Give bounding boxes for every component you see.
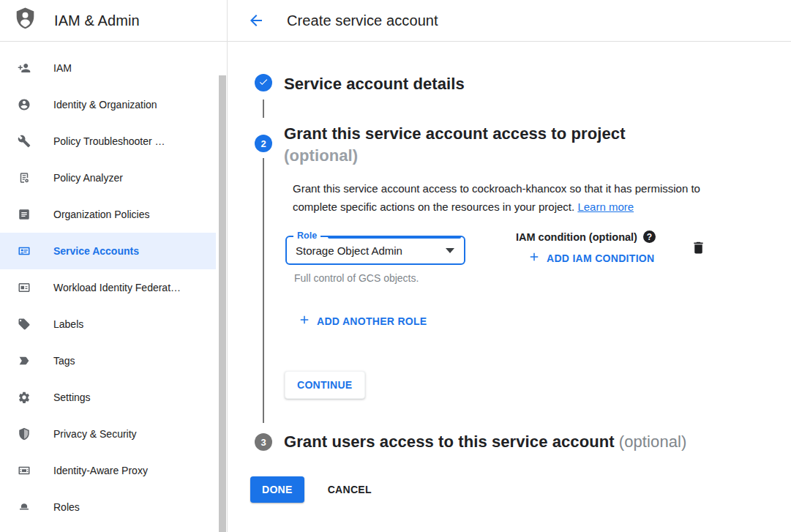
step-2-number-badge: 2	[255, 135, 272, 152]
person-add-icon	[18, 61, 31, 75]
role-field-label-line	[328, 236, 461, 239]
sidebar-item-label: Tags	[53, 355, 75, 367]
sidebar-item-service-accounts[interactable]: Service Accounts	[0, 233, 216, 269]
wrench-icon	[18, 135, 31, 148]
delete-role-button[interactable]	[691, 240, 706, 284]
sidebar-item-label: Service Accounts	[53, 245, 139, 257]
step-1-title: Service account details	[284, 74, 465, 94]
app-window: IAM & Admin Create service account IAM I…	[0, 0, 791, 532]
role-dropdown[interactable]: Role Storage Object Admin	[285, 236, 465, 265]
sidebar-item-identity-aware-proxy[interactable]: Identity-Aware Proxy	[0, 452, 216, 489]
page-header: Create service account	[228, 0, 791, 42]
step-1-service-account-details: Service account details	[255, 74, 769, 94]
trash-icon	[691, 245, 706, 258]
sidebar-item-label: Labels	[53, 318, 83, 330]
service-account-icon	[18, 244, 31, 258]
shield-person-icon	[15, 6, 36, 35]
document-gear-icon	[18, 171, 31, 184]
done-button[interactable]: DONE	[250, 476, 304, 503]
shield-half-icon	[18, 427, 31, 441]
sidebar-item-labels[interactable]: Labels	[0, 306, 216, 342]
identity-person-icon	[18, 98, 31, 111]
step-2-title: Grant this service account access to pro…	[284, 123, 694, 167]
check-icon	[258, 77, 269, 89]
product-title: IAM & Admin	[54, 12, 140, 29]
sidebar-item-identity-organization[interactable]: Identity & Organization	[0, 86, 216, 123]
step-2-grant-access: 2 Grant this service account access to p…	[255, 123, 769, 426]
plus-icon	[528, 250, 547, 266]
proxy-icon	[18, 464, 31, 477]
sidebar-item-settings[interactable]: Settings	[0, 379, 216, 416]
step-2-optional-label: (optional)	[284, 145, 694, 167]
sidebar-item-label: IAM	[53, 62, 72, 74]
id-card-icon	[18, 281, 31, 294]
footer-actions: DONE CANCEL	[250, 476, 769, 503]
plus-icon	[298, 313, 317, 329]
sidebar-item-iam[interactable]: IAM	[0, 50, 216, 86]
stepper-connector	[263, 100, 264, 118]
learn-more-link[interactable]: Learn more	[577, 201, 634, 213]
step-3-optional-label: (optional)	[619, 432, 687, 451]
sidebar-item-label: Policy Analyzer	[53, 172, 123, 184]
sidebar-item-policy-troubleshooter[interactable]: Policy Troubleshooter …	[0, 123, 216, 160]
stepper-rail: 2	[255, 123, 272, 426]
sidebar-item-label: Settings	[53, 391, 91, 403]
sidebar-item-label: Roles	[53, 501, 80, 513]
iam-condition-block: IAM condition (optional) ? ADD IAM CONDI…	[516, 231, 656, 284]
gear-icon	[18, 391, 31, 404]
sidebar-item-label: Workload Identity Federat…	[53, 282, 181, 293]
sidebar-item-label: Policy Troubleshooter …	[53, 135, 165, 147]
continue-button[interactable]: CONTINUE	[285, 371, 365, 399]
step-3-grant-users-access: 3 Grant users access to this service acc…	[255, 432, 769, 452]
sidebar-item-tags[interactable]: Tags	[0, 342, 216, 379]
page-title: Create service account	[287, 12, 438, 29]
sidebar-item-privacy-security[interactable]: Privacy & Security	[0, 416, 216, 452]
step-2-description: Grant this service account access to coc…	[293, 179, 717, 216]
add-iam-condition-button[interactable]: ADD IAM CONDITION	[528, 250, 656, 266]
product-header: IAM & Admin	[0, 0, 228, 42]
cancel-button[interactable]: CANCEL	[328, 484, 372, 495]
sidebar-item-organization-policies[interactable]: Organization Policies	[0, 196, 216, 233]
main-content: Service account details 2 Grant this ser…	[228, 42, 791, 532]
back-arrow-icon[interactable]	[247, 12, 265, 29]
role-helper-text: Full control of GCS objects.	[294, 272, 465, 284]
stepper-connector	[263, 158, 264, 423]
step-1-complete-badge	[255, 74, 272, 91]
sidebar: IAM Identity & Organization Policy Troub…	[0, 42, 228, 532]
add-another-role-button[interactable]: ADD ANOTHER ROLE	[298, 313, 769, 329]
sidebar-item-policy-analyzer[interactable]: Policy Analyzer	[0, 160, 216, 196]
role-field-label: Role	[293, 231, 320, 241]
sidebar-item-label: Organization Policies	[53, 209, 150, 220]
tag-arrow-icon	[18, 354, 31, 367]
label-tag-icon	[18, 318, 31, 331]
roles-hat-icon	[18, 501, 31, 514]
role-selected-value: Storage Object Admin	[296, 244, 402, 257]
sidebar-item-label: Identity-Aware Proxy	[53, 465, 148, 476]
sidebar-item-roles[interactable]: Roles	[0, 489, 216, 525]
chevron-down-icon	[446, 248, 454, 253]
help-icon[interactable]: ?	[643, 231, 656, 243]
step-3-number-badge: 3	[255, 433, 272, 451]
sidebar-item-workload-identity-federation[interactable]: Workload Identity Federat…	[0, 269, 216, 306]
sidebar-scrollbar[interactable]	[219, 75, 226, 532]
iam-condition-label: IAM condition (optional)	[516, 231, 637, 243]
sidebar-item-label: Privacy & Security	[53, 428, 137, 440]
sidebar-item-label: Identity & Organization	[53, 99, 157, 110]
step-3-title: Grant users access to this service accou…	[284, 432, 686, 452]
document-lines-icon	[18, 208, 31, 221]
